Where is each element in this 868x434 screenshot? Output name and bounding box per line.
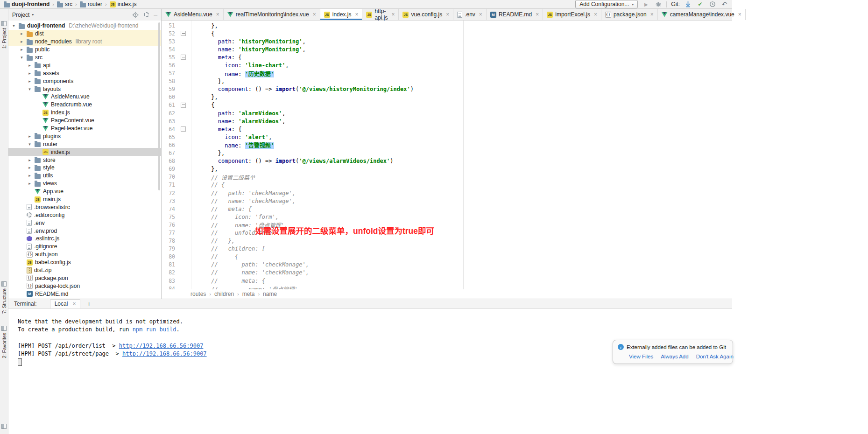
git-update-icon[interactable] xyxy=(684,0,692,8)
code-line[interactable]: 83 // meta: { xyxy=(162,277,732,285)
tree-collapse-icon[interactable]: ▾ xyxy=(27,87,32,91)
line-number[interactable]: 77 xyxy=(162,230,175,236)
terminal-link[interactable]: http://192.168.66.56:9007 xyxy=(119,343,204,349)
tree-item-package-lock-json[interactable]: {}package-lock.json xyxy=(8,282,161,290)
line-number[interactable]: 58 xyxy=(162,78,175,84)
close-icon[interactable]: × xyxy=(594,12,597,17)
project-panel-title[interactable]: Project xyxy=(12,12,29,18)
line-number[interactable]: 65 xyxy=(162,134,175,140)
git-commit-icon[interactable]: ✔ xyxy=(696,0,704,8)
tree-item-gitignore[interactable]: .gitignore xyxy=(8,243,161,251)
tree-item-views[interactable]: ▸views xyxy=(8,180,161,188)
editor-breadcrumb-routes[interactable]: routes xyxy=(191,291,206,297)
line-number[interactable]: 83 xyxy=(162,278,175,284)
line-number[interactable]: 76 xyxy=(162,222,175,228)
tree-item-layouts[interactable]: ▾layouts xyxy=(8,85,161,93)
code-editor[interactable]: 51 },52 {53 path: 'historyMonitoring',54… xyxy=(162,21,732,289)
tree-expand-icon[interactable]: ▸ xyxy=(27,165,32,170)
tree-item-auth-json[interactable]: {}auth.json xyxy=(8,251,161,259)
editor-breadcrumb-children[interactable]: children xyxy=(214,291,234,297)
tree-item-style[interactable]: ▸style xyxy=(8,164,161,172)
close-icon[interactable]: × xyxy=(391,12,395,17)
line-number[interactable]: 56 xyxy=(162,62,175,69)
code-line[interactable]: 53 path: 'historyMonitoring', xyxy=(162,37,732,45)
code-line[interactable]: 63 name: 'alarmVideos', xyxy=(162,117,732,125)
tree-expand-icon[interactable]: ▸ xyxy=(27,71,32,76)
notification-action-don-t-ask-again[interactable]: Don't Ask Again xyxy=(696,354,734,359)
line-number[interactable]: 62 xyxy=(162,110,175,117)
code-line[interactable]: 77 // unfold:true xyxy=(162,229,732,237)
tool-button-2-favorites[interactable]: 2: Favorites xyxy=(1,326,7,358)
tree-item-utils[interactable]: ▸utils xyxy=(8,172,161,180)
fold-icon[interactable] xyxy=(181,103,186,108)
code-line[interactable]: 51 }, xyxy=(162,21,732,29)
line-number[interactable]: 63 xyxy=(162,118,175,125)
code-line[interactable]: 75 // icon: 'form', xyxy=(162,213,732,221)
code-line[interactable]: 79 // children: [ xyxy=(162,245,732,253)
code-line[interactable]: 60 }, xyxy=(162,93,732,101)
editor-tab-env[interactable]: .env× xyxy=(453,9,487,20)
line-number[interactable]: 52 xyxy=(162,30,175,37)
tree-item-editorconfig[interactable]: .editorconfig xyxy=(8,211,161,219)
tree-item-router[interactable]: ▾router xyxy=(8,140,161,148)
tree-item-node-modules[interactable]: ▸node_moduleslibrary root xyxy=(8,38,161,46)
close-icon[interactable]: × xyxy=(216,12,219,17)
terminal-link[interactable]: http://192.168.66.56:9007 xyxy=(122,350,207,357)
tree-item-package-json[interactable]: {}package.json xyxy=(8,274,161,282)
minimize-icon[interactable]: ─ xyxy=(154,12,157,18)
notification-action-always-add[interactable]: Always Add xyxy=(661,354,688,359)
tree-item-assets[interactable]: ▸assets xyxy=(8,69,161,77)
tree-expand-icon[interactable]: ▸ xyxy=(27,173,32,178)
code-line[interactable]: 82 // name: 'checkManage', xyxy=(162,269,732,277)
editor-breadcrumb-meta[interactable]: meta xyxy=(242,291,255,297)
tree-expand-icon[interactable]: ▸ xyxy=(27,158,32,162)
tree-expand-icon[interactable]: ▸ xyxy=(19,39,24,44)
locate-file-icon[interactable] xyxy=(131,11,139,19)
tree-item-eslintrc-js[interactable]: .eslintrc.js xyxy=(8,235,161,243)
tree-item-dist[interactable]: ▸dist xyxy=(8,30,161,38)
fold-icon[interactable] xyxy=(181,126,186,132)
tree-expand-icon[interactable]: ▸ xyxy=(19,31,24,36)
run-icon[interactable]: ▶ xyxy=(642,0,650,8)
line-number[interactable]: 74 xyxy=(162,206,175,212)
tree-item-dist-zip[interactable]: dist.zip xyxy=(8,266,161,274)
line-number[interactable]: 66 xyxy=(162,142,175,148)
code-line[interactable]: 56 icon: 'line-chart', xyxy=(162,61,732,69)
chevron-down-icon[interactable]: ▾ xyxy=(32,13,34,17)
tree-collapse-icon[interactable]: ▾ xyxy=(11,23,16,28)
editor-tab-readme-md[interactable]: MREADME.md× xyxy=(487,9,543,20)
new-terminal-icon[interactable]: + xyxy=(87,300,91,308)
notification-action-view-files[interactable]: View Files xyxy=(629,354,653,359)
line-number[interactable]: 57 xyxy=(162,70,175,77)
editor-tab-index-js[interactable]: JSindex.js× xyxy=(320,9,363,20)
terminal-output[interactable]: Note that the development build is not o… xyxy=(8,309,732,434)
line-number[interactable]: 81 xyxy=(162,261,175,268)
line-number[interactable]: 70 xyxy=(162,174,175,180)
tree-item-plugins[interactable]: ▸plugins xyxy=(8,132,161,140)
breadcrumb-item-index-js[interactable]: JSindex.js xyxy=(110,1,137,7)
line-number[interactable]: 64 xyxy=(162,126,175,133)
code-line[interactable]: 66 name: '告警视频' xyxy=(162,141,732,149)
code-line[interactable]: 57 name: '历史数据' xyxy=(162,70,732,77)
editor-tab-importexcel-js[interactable]: JSimportExcel.js× xyxy=(543,9,601,20)
tree-collapse-icon[interactable]: ▾ xyxy=(27,142,32,147)
tree-item-pageheader-vue[interactable]: PageHeader.vue xyxy=(8,125,161,133)
code-line[interactable]: 67 }, xyxy=(162,149,732,157)
tree-item-browserslistrc[interactable]: .browserslistrc xyxy=(8,203,161,211)
code-line[interactable]: 52 { xyxy=(162,29,732,37)
line-number[interactable]: 71 xyxy=(162,182,175,188)
line-number[interactable]: 84 xyxy=(162,286,175,289)
gear-icon[interactable] xyxy=(144,12,149,17)
code-line[interactable]: 61 { xyxy=(162,101,732,109)
close-icon[interactable]: × xyxy=(738,12,741,17)
breadcrumb-item-duoji-frontend[interactable]: duoji-frontend xyxy=(4,1,49,7)
close-icon[interactable]: × xyxy=(72,301,76,307)
code-line[interactable]: 80 // { xyxy=(162,253,732,261)
fold-icon[interactable] xyxy=(181,31,186,36)
code-line[interactable]: 81 // path: 'checkManage', xyxy=(162,261,732,269)
code-line[interactable]: 59 component: () => import('@/views/hist… xyxy=(162,85,732,93)
history-icon[interactable] xyxy=(708,0,716,8)
code-line[interactable]: 84 // name: '盘点管理' xyxy=(162,285,732,289)
tree-item-index-js[interactable]: JSindex.js xyxy=(8,148,161,156)
close-icon[interactable]: × xyxy=(446,12,449,17)
